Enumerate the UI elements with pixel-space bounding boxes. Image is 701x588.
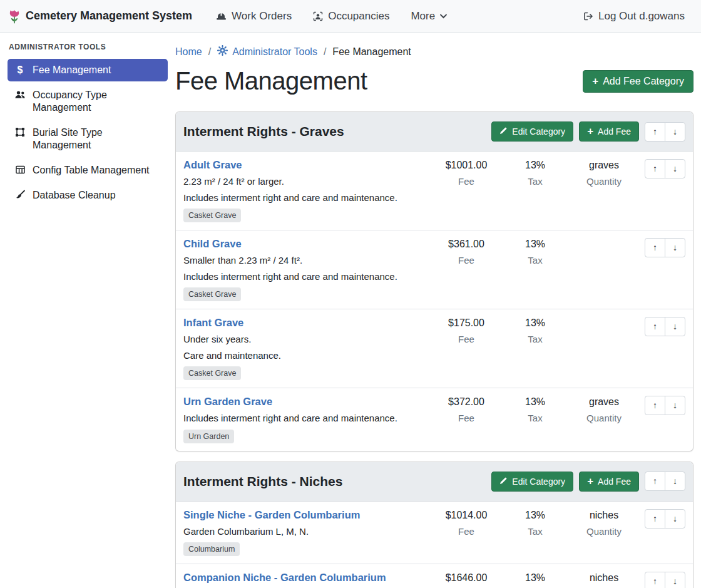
fee-row: Child Grave Smaller than 2.23 m² / 24 ft…: [176, 230, 693, 309]
fee-tax-col: 13% Tax: [501, 317, 570, 344]
sidebar-item-label: Occupancy Type Management: [33, 89, 161, 114]
edit-category-button[interactable]: Edit Category: [491, 121, 573, 142]
fee-tax: 13%: [501, 396, 570, 408]
sidebar-item-config-table-management[interactable]: Config Table Management: [8, 159, 168, 182]
edit-category-label: Edit Category: [512, 126, 565, 137]
move-fee-up-button[interactable]: ↑: [645, 317, 665, 336]
fee-type-badge: Casket Grave: [183, 209, 241, 222]
fee-name-link[interactable]: Adult Grave: [183, 159, 242, 171]
fee-row: Infant Grave Under six years. Care and m…: [176, 309, 693, 388]
fee-type-badge: Columbarium: [183, 542, 240, 556]
add-fee-button[interactable]: + Add Fee: [579, 472, 639, 492]
fee-amount-label: Fee: [432, 413, 501, 423]
edit-category-button[interactable]: Edit Category: [491, 472, 573, 492]
move-fee-up-button[interactable]: ↑: [645, 238, 665, 257]
fee-category-card: Interment Rights - Graves Edit Category …: [175, 111, 693, 451]
fee-reorder-buttons: ↑ ↓: [645, 396, 685, 415]
sidebar-item-label: Config Table Management: [33, 164, 150, 177]
fee-description: Smaller than 2.23 m² / 24 ft².: [183, 254, 427, 267]
fee-name-link[interactable]: Single Niche - Garden Columbarium: [183, 509, 360, 521]
breadcrumb-home-link[interactable]: Home: [175, 46, 202, 58]
fee-name-link[interactable]: Urn Garden Grave: [183, 396, 272, 408]
fee-quantity-col: [570, 317, 638, 317]
breadcrumb-admin-tools-link[interactable]: Administrator Tools: [217, 45, 317, 58]
move-fee-down-button[interactable]: ↓: [665, 317, 685, 336]
move-fee-down-button[interactable]: ↓: [665, 159, 685, 178]
fee-tax-col: 13% Tax: [501, 396, 570, 423]
fee-quantity-col: niches Quantity: [570, 572, 638, 588]
fee-row: Single Niche - Garden Columbarium Garden…: [176, 502, 693, 564]
fee-amount-col: $361.00 Fee: [432, 238, 501, 266]
fee-amount-label: Fee: [432, 176, 501, 187]
move-category-up-button[interactable]: ↑: [645, 472, 665, 491]
fee-tax: 13%: [501, 160, 570, 172]
fee-tax: 13%: [501, 510, 570, 522]
logout-icon: [583, 11, 593, 21]
nav-work-orders[interactable]: Work Orders: [208, 5, 299, 28]
sidebar-item-occupancy-type-management[interactable]: Occupancy Type Management: [8, 84, 168, 119]
breadcrumb: Home / Administrator Tools: [175, 45, 693, 58]
fee-reorder-buttons: ↑ ↓: [645, 159, 685, 178]
nav-more-label: More: [411, 10, 435, 23]
fee-type-badge: Casket Grave: [183, 287, 241, 301]
app-title: Cemetery Management System: [26, 9, 192, 23]
sidebar-item-label: Burial Site Type Management: [33, 126, 161, 152]
fee-type-badge: Casket Grave: [183, 366, 241, 380]
fee-tax-col: 13% Tax: [501, 572, 570, 588]
move-fee-up-button[interactable]: ↑: [645, 509, 665, 529]
nav-logout[interactable]: Log Out d.gowans: [575, 5, 692, 28]
nav-occupancies[interactable]: Occupancies: [305, 5, 397, 28]
fee-amount: $175.00: [432, 317, 501, 329]
move-fee-up-button[interactable]: ↑: [645, 572, 665, 588]
users-icon: [14, 90, 26, 100]
main-content: Home / Administrator Tools: [175, 33, 701, 588]
sidebar-item-label: Database Cleanup: [33, 189, 116, 202]
fee-tax-label: Tax: [501, 176, 570, 187]
nav-more[interactable]: More: [403, 5, 454, 28]
breadcrumb-home-label: Home: [175, 46, 202, 58]
fee-amount-col: $175.00 Fee: [432, 317, 501, 344]
page-layout: Administrator Tools $ Fee Management Occ…: [0, 33, 701, 588]
move-fee-down-button[interactable]: ↓: [665, 396, 685, 415]
add-fee-category-button[interactable]: + Add Fee Category: [583, 70, 693, 93]
app-brand[interactable]: Cemetery Management System: [9, 8, 192, 24]
main-nav: Work Orders Occupancies More: [208, 5, 454, 28]
fee-name-link[interactable]: Companion Niche - Garden Columbarium: [183, 572, 386, 584]
move-category-up-button[interactable]: ↑: [645, 122, 665, 142]
plus-icon: +: [592, 77, 598, 86]
move-category-down-button[interactable]: ↓: [665, 472, 685, 491]
fee-tax: 13%: [501, 572, 570, 584]
sidebar-item-burial-site-type-management[interactable]: Burial Site Type Management: [8, 121, 168, 157]
move-fee-down-button[interactable]: ↓: [665, 509, 685, 529]
category-title: Interment Rights - Niches: [183, 474, 342, 489]
fee-reorder-buttons: ↑ ↓: [645, 572, 685, 588]
fee-row: Adult Grave 2.23 m² / 24 ft² or larger. …: [176, 152, 693, 230]
fee-type-badge: Urn Garden: [183, 430, 234, 443]
move-fee-down-button[interactable]: ↓: [665, 238, 685, 257]
move-fee-up-button[interactable]: ↑: [645, 396, 665, 415]
page-title: Fee Management: [175, 67, 367, 95]
sidebar-item-database-cleanup[interactable]: Database Cleanup: [8, 184, 168, 207]
pencil-icon: [499, 477, 508, 487]
fee-tax: 13%: [501, 317, 570, 329]
fee-name-link[interactable]: Infant Grave: [183, 317, 243, 329]
sidebar-item-fee-management[interactable]: $ Fee Management: [8, 59, 168, 81]
add-fee-button[interactable]: + Add Fee: [579, 121, 639, 142]
category-title: Interment Rights - Graves: [183, 124, 344, 139]
fee-tax-label: Tax: [501, 413, 570, 423]
fee-name-link[interactable]: Child Grave: [183, 238, 242, 250]
fee-info: Child Grave Smaller than 2.23 m² / 24 ft…: [183, 238, 432, 301]
move-category-down-button[interactable]: ↓: [665, 122, 685, 142]
fee-tax-label: Tax: [501, 255, 570, 266]
fee-row: Companion Niche - Garden Columbarium Gar…: [176, 564, 693, 588]
add-fee-label: Add Fee: [598, 477, 631, 487]
fee-amount-col: $372.00 Fee: [432, 396, 501, 423]
fee-info: Companion Niche - Garden Columbarium Gar…: [183, 572, 432, 588]
fee-reorder-buttons: ↑ ↓: [645, 509, 685, 529]
hard-hat-icon: [216, 11, 227, 21]
fee-description: Garden Columbarium L, M, N.: [183, 525, 427, 538]
move-fee-down-button[interactable]: ↓: [665, 572, 685, 588]
sidebar-item-label: Fee Management: [33, 64, 111, 76]
move-fee-up-button[interactable]: ↑: [645, 159, 665, 178]
fee-amount-col: $1014.00 Fee: [432, 509, 501, 537]
